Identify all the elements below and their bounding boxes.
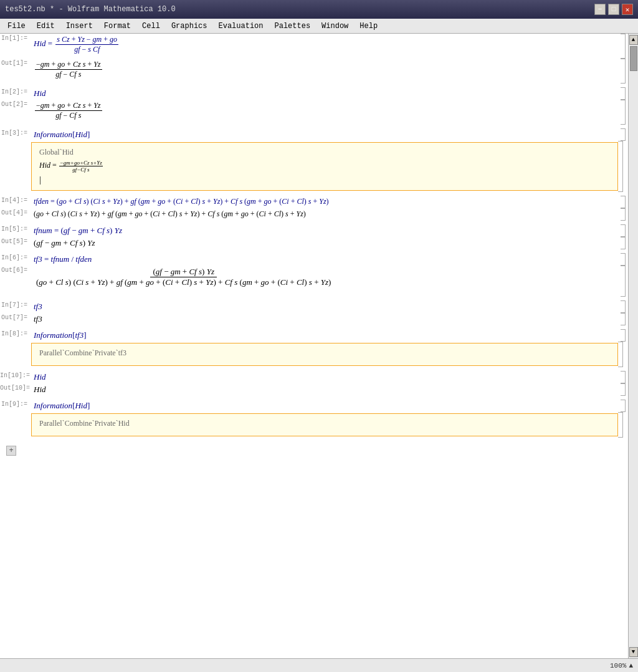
- scroll-down-button[interactable]: ▼: [629, 647, 638, 657]
- menu-evaluation[interactable]: Evaluation: [213, 21, 268, 32]
- cell-bracket-out1[interactable]: [621, 59, 628, 84]
- in-label-7: In[7]:=: [0, 300, 31, 309]
- cell-bracket-out10[interactable]: [621, 383, 628, 396]
- in-label-2: In[2]:=: [0, 87, 31, 95]
- in-label-6: In[6]:=: [0, 253, 31, 261]
- info-box-wrapper-8: Parallel`Combine`Private`tf3: [0, 342, 628, 367]
- zoom-icon[interactable]: ▲: [629, 662, 633, 670]
- menu-graphics[interactable]: Graphics: [166, 21, 212, 32]
- menu-cell[interactable]: Cell: [137, 21, 165, 32]
- cell-bracket-in5[interactable]: [621, 224, 628, 237]
- cell-row-in5: In[5]:= tfnum = (gf − gm + Cf s) Yz: [0, 224, 628, 237]
- cell-bracket-in2[interactable]: [621, 87, 628, 100]
- status-bar: 100% ▲: [0, 658, 638, 672]
- cell-row-out7: Out[7]= tf3: [0, 313, 628, 325]
- close-button[interactable]: ✕: [622, 4, 633, 15]
- cell-row-in10: In[10]:= Hid: [0, 371, 628, 383]
- menu-window[interactable]: Window: [317, 21, 353, 32]
- cell-row-in1: In[1]:= Hid = s Cz + Yz − gm + go gf − s…: [0, 34, 628, 59]
- notebook[interactable]: In[1]:= Hid = s Cz + Yz − gm + go gf − s…: [0, 34, 628, 658]
- info-formula-3: Hid = −gm+go+Cz s+Yz gf−Cf s: [39, 160, 610, 173]
- menu-format[interactable]: Format: [99, 21, 136, 32]
- menu-file[interactable]: File: [2, 21, 31, 32]
- cell-row-in2: In[2]:= Hid: [0, 87, 628, 100]
- info-global-3: Global`Hid: [39, 148, 610, 157]
- cell-bracket-in4[interactable]: [621, 196, 628, 208]
- minimize-button[interactable]: −: [594, 4, 606, 15]
- info-box-3: Global`Hid Hid = −gm+go+Cz s+Yz gf−Cf s …: [31, 142, 618, 191]
- scroll-up-button[interactable]: ▲: [629, 35, 638, 45]
- cell-group-1: In[1]:= Hid = s Cz + Yz − gm + go gf − s…: [0, 34, 628, 87]
- menu-edit[interactable]: Edit: [32, 21, 60, 32]
- cell-bracket-out5[interactable]: [621, 237, 628, 249]
- info-global-9: Parallel`Combine`Private`Hid: [39, 419, 610, 428]
- info-box-wrapper-9: Parallel`Combine`Private`Hid: [0, 412, 628, 438]
- cell-bracket-out7[interactable]: [621, 313, 628, 325]
- cell-bracket-in9[interactable]: [621, 400, 628, 412]
- window-title: tes5t2.nb * - Wolfram Mathematica 10.0: [5, 5, 176, 14]
- cell-group-6: In[6]:= tf3 = tfnum / tfden Out[6]= (gf …: [0, 253, 628, 300]
- in-label-1: In[1]:=: [0, 34, 31, 42]
- out-label-5: Out[5]=: [0, 237, 31, 245]
- output-cell-5: (gf − gm + Cf s) Yz: [31, 237, 621, 249]
- add-cell-button[interactable]: +: [6, 446, 16, 456]
- info-box-9: Parallel`Combine`Private`Hid: [31, 413, 618, 436]
- menu-help[interactable]: Help: [355, 21, 383, 32]
- cell-bracket-in6[interactable]: [621, 253, 628, 266]
- cell-row-in8: In[8]:= Information[tf3]: [0, 329, 628, 342]
- input-cell-2[interactable]: Hid: [31, 87, 621, 100]
- new-cell-area: +: [0, 441, 628, 460]
- cell-bracket-info3[interactable]: [618, 141, 626, 192]
- cell-row-out10: Out[10]= Hid: [0, 383, 628, 396]
- cell-group-5: In[5]:= tfnum = (gf − gm + Cf s) Yz Out[…: [0, 224, 628, 253]
- input-cell-1[interactable]: Hid = s Cz + Yz − gm + go gf − s Cf: [31, 34, 621, 55]
- cell-bracket-info9[interactable]: [618, 412, 626, 438]
- cell-group-2: In[2]:= Hid Out[2]= −gm + go + Cz s + Yz…: [0, 87, 628, 128]
- in-label-5: In[5]:=: [0, 224, 31, 233]
- input-cell-9[interactable]: Information[Hid]: [31, 400, 621, 412]
- cell-bracket-info8[interactable]: [618, 342, 626, 367]
- cell-bracket-in8[interactable]: [621, 329, 628, 342]
- cell-bracket-in7[interactable]: [621, 300, 628, 313]
- input-cell-8[interactable]: Information[tf3]: [31, 329, 621, 342]
- input-cell-5[interactable]: tfnum = (gf − gm + Cf s) Yz: [31, 224, 621, 237]
- cell-bracket-out2[interactable]: [621, 100, 628, 125]
- menu-bar: File Edit Insert Format Cell Graphics Ev…: [0, 19, 638, 34]
- menu-insert[interactable]: Insert: [61, 21, 98, 32]
- cell-group-8: In[8]:= Information[tf3] Parallel`Combin…: [0, 329, 628, 371]
- out-label-1: Out[1]=: [0, 59, 31, 67]
- output-cell-2: −gm + go + Cz s + Yz gf − Cf s: [31, 100, 621, 122]
- out-label-7: Out[7]=: [0, 313, 31, 321]
- info-cursor-3: |: [39, 175, 610, 185]
- input-cell-7[interactable]: tf3: [31, 300, 621, 313]
- cell-bracket-1[interactable]: [621, 34, 628, 59]
- menu-palettes[interactable]: Palettes: [270, 21, 316, 32]
- cell-row-in4: In[4]:= tfden = (go + Cl s) (Ci s + Yz) …: [0, 196, 628, 208]
- cell-group-9: In[9]:= Information[Hid] Parallel`Combin…: [0, 400, 628, 441]
- window-controls[interactable]: − □ ✕: [594, 4, 633, 15]
- output-cell-1: −gm + go + Cz s + Yz gf − Cf s: [31, 59, 621, 80]
- cell-group-3: In[3]:= Information[Hid] Global`Hid Hid …: [0, 128, 628, 196]
- cell-bracket-out4[interactable]: [621, 208, 628, 221]
- scroll-thumb[interactable]: [630, 46, 637, 71]
- cell-bracket-out6[interactable]: [621, 266, 628, 297]
- cell-row-in6: In[6]:= tf3 = tfnum / tfden: [0, 253, 628, 266]
- input-cell-6[interactable]: tf3 = tfnum / tfden: [31, 253, 621, 266]
- maximize-button[interactable]: □: [608, 4, 619, 15]
- cell-bracket-in3[interactable]: [621, 128, 628, 141]
- in-label-4: In[4]:=: [0, 196, 31, 204]
- out-label-10: Out[10]=: [0, 383, 31, 391]
- info-box-8: Parallel`Combine`Private`tf3: [31, 343, 618, 366]
- in-label-9: In[9]:=: [0, 400, 31, 408]
- cell-row-out6: Out[6]= (gf − gm + Cf s) Yz (go + Cl s) …: [0, 266, 628, 297]
- input-cell-4[interactable]: tfden = (go + Cl s) (Ci s + Yz) + gf (gm…: [31, 196, 621, 208]
- output-cell-6: (gf − gm + Cf s) Yz (go + Cl s) (Ci s + …: [31, 266, 621, 289]
- cell-row-out4: Out[4]= (go + Cl s) (Ci s + Yz) + gf (gm…: [0, 208, 628, 221]
- input-cell-10[interactable]: Hid: [31, 371, 621, 383]
- title-bar: tes5t2.nb * - Wolfram Mathematica 10.0 −…: [0, 0, 638, 19]
- input-cell-3[interactable]: Information[Hid]: [31, 128, 621, 141]
- cell-row-in3: In[3]:= Information[Hid]: [0, 128, 628, 141]
- right-scrollbar[interactable]: ▲ ▼: [628, 34, 638, 658]
- zoom-control[interactable]: 100% ▲: [610, 662, 633, 670]
- cell-bracket-in10[interactable]: [621, 371, 628, 383]
